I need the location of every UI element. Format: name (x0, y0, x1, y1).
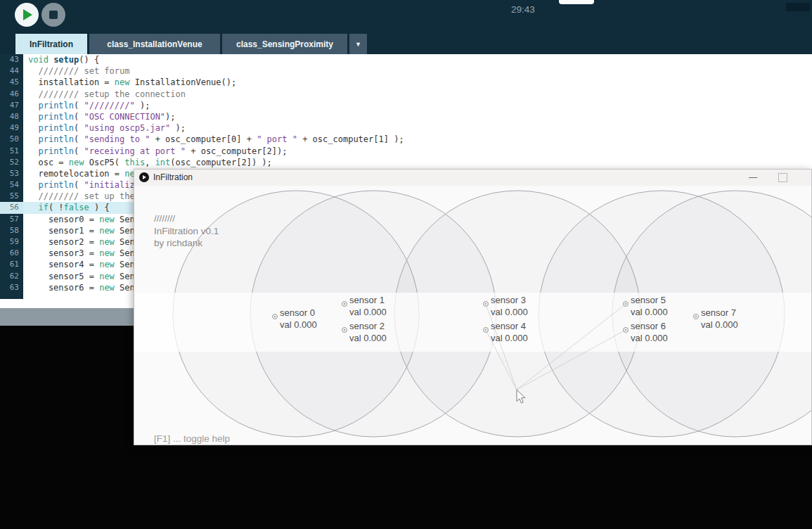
sketch-header: //////// InFiltration v0.1 by richdank (154, 212, 219, 250)
tab-InFiltration[interactable]: InFiltration (15, 34, 87, 54)
code-text: println( "using oscp5.jar" ); (23, 122, 186, 134)
code-text: sensor0 = new Sensi (23, 214, 145, 225)
sensor-value: val 0.000 (701, 319, 738, 331)
sensor-label: sensor 7val 0.000 (701, 307, 738, 331)
code-line-44: 44 //////// set forum (0, 65, 812, 77)
sensor-value: val 0.000 (491, 332, 528, 344)
help-hint: [F1] ... toggle help (154, 433, 230, 444)
line-number: 45 (0, 77, 23, 88)
sensor-marker-dot (344, 303, 345, 305)
sensor-name: sensor 4 (491, 320, 528, 332)
sensor-value: val 0.000 (349, 306, 387, 318)
tab-class_SensingProximity[interactable]: class_SensingProximity (222, 34, 347, 54)
sensor-name: sensor 2 (349, 320, 387, 332)
line-number: 43 (0, 54, 23, 65)
sensor-marker-dot (274, 316, 276, 317)
play-icon (143, 175, 146, 179)
sensor-value: val 0.000 (491, 306, 528, 318)
tab-dropdown-button[interactable]: ▼ (349, 34, 367, 54)
sensor-name: sensor 0 (280, 307, 317, 319)
sensor-marker-dot (344, 329, 345, 331)
tab-bar: InFiltrationclass_InstallationVenueclass… (0, 34, 812, 54)
line-number: 58 (0, 225, 23, 236)
line-number: 50 (0, 134, 23, 145)
sketch-titlebar[interactable]: InFiltration — (134, 170, 811, 186)
sensor-label: sensor 4val 0.000 (491, 320, 528, 344)
code-text: osc = new OscP5( this, int(osc_computer[… (23, 157, 272, 168)
code-text: sensor3 = new Sensi (23, 248, 145, 259)
sensor-value: val 0.000 (631, 332, 668, 344)
screen-recorder-tab[interactable] (559, 0, 594, 4)
code-text: sensor2 = new Sensi (23, 236, 145, 248)
code-line-47: 47 println( "////////" ); (0, 100, 812, 111)
sensor-label: sensor 5val 0.000 (631, 294, 668, 318)
sensor-value: val 0.000 (280, 319, 317, 331)
line-number: 53 (0, 168, 23, 179)
app-author: by richdank (154, 237, 219, 250)
sensor-marker-dot (625, 329, 626, 331)
code-text: sensor1 = new Sensi (23, 225, 145, 236)
code-text: installation = new InstallationVenue(); (23, 77, 236, 88)
code-text: sensor6 = new Sensi (23, 282, 145, 293)
line-number: 60 (0, 248, 23, 259)
tab-class_InstallationVenue[interactable]: class_InstallationVenue (89, 34, 220, 54)
corner-widget (786, 3, 810, 11)
line-number: 63 (0, 282, 23, 293)
minimize-button[interactable]: — (747, 172, 759, 183)
sensor-marker-dot (695, 316, 697, 317)
line-number-gutter (0, 293, 23, 299)
line-number: 48 (0, 111, 23, 122)
sensor-name: sensor 7 (701, 307, 738, 319)
run-button[interactable] (15, 3, 39, 27)
sensor-name: sensor 3 (491, 294, 528, 306)
code-line-46: 46 //////// setup the connection (0, 89, 812, 100)
sketch-window-title: InFiltration (153, 172, 193, 182)
code-line-49: 49 println( "using oscp5.jar" ); (0, 122, 812, 134)
code-text: //////// set up the s (23, 191, 145, 202)
sketch-window: InFiltration — //////// InFiltration v0.… (134, 169, 812, 445)
sensor-marker-dot (485, 303, 486, 305)
line-number: 62 (0, 271, 23, 282)
stop-button[interactable] (41, 3, 65, 27)
line-number: 52 (0, 157, 23, 168)
line-number: 56 (0, 202, 23, 213)
sensor-name: sensor 1 (349, 294, 387, 306)
sensor-label: sensor 2val 0.000 (349, 320, 387, 344)
sensor-name: sensor 5 (631, 294, 668, 306)
line-number: 59 (0, 236, 23, 248)
line-number: 44 (0, 65, 23, 77)
processing-app-icon (139, 172, 149, 182)
code-line-45: 45 installation = new InstallationVenue(… (0, 77, 812, 88)
line-number: 49 (0, 122, 23, 134)
code-text: if( !false ) { (23, 202, 110, 213)
sensor-label: sensor 6val 0.000 (631, 320, 668, 344)
run-timer: 29:43 (511, 4, 535, 15)
line-number: 57 (0, 214, 23, 225)
code-text: remotelocation = new (23, 168, 145, 179)
code-text: void setup() { (23, 54, 99, 65)
sensor-value: val 0.000 (631, 306, 668, 318)
play-icon (23, 9, 32, 20)
code-text: sensor4 = new Sensi (23, 259, 145, 270)
app-version: InFiltration v0.1 (154, 225, 219, 238)
code-line-51: 51 println( "receiving at port " + osc_c… (0, 146, 812, 157)
code-text: println( "initialized (23, 179, 145, 191)
code-text: //////// setup the connection (23, 89, 186, 100)
code-text: sensor5 = new Sensi (23, 271, 145, 282)
ide-toolbar: 29:43 (0, 0, 812, 34)
code-text: println( "////////" ); (23, 100, 150, 111)
sketch-canvas[interactable]: //////// InFiltration v0.1 by richdank [… (134, 186, 811, 445)
sensor-label: sensor 0val 0.000 (280, 307, 317, 331)
sensor-value: val 0.000 (349, 332, 387, 344)
sensor-marker-dot (485, 329, 486, 331)
line-number: 61 (0, 259, 23, 270)
sensor-label: sensor 1val 0.000 (349, 294, 387, 318)
line-number: 47 (0, 100, 23, 111)
stop-icon (49, 11, 58, 19)
line-number: 46 (0, 89, 23, 100)
code-text: println( "receiving at port " + osc_comp… (23, 146, 287, 157)
code-line-48: 48 println( "OSC CONNECTION"); (0, 111, 812, 122)
line-number: 55 (0, 191, 23, 202)
maximize-button[interactable] (778, 173, 787, 182)
code-line-50: 50 println( "sending to " + osc_computer… (0, 134, 812, 145)
